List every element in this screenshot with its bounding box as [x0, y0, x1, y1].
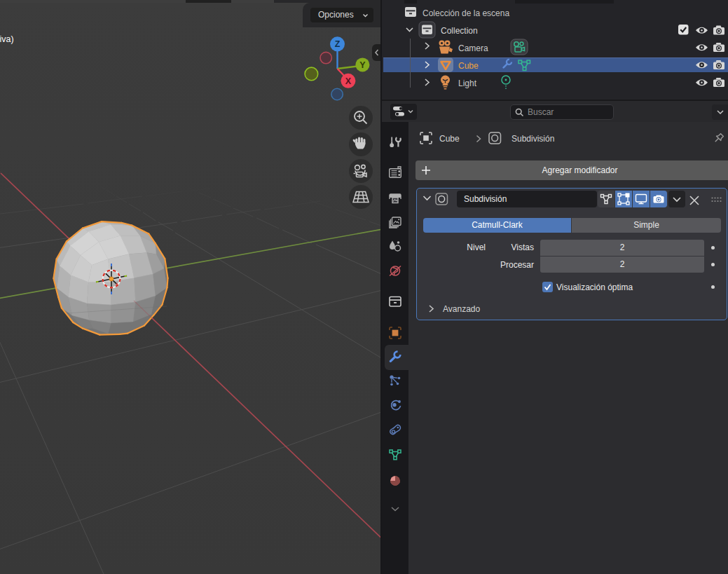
svg-text:Z: Z: [335, 39, 341, 49]
svg-text:X: X: [345, 76, 352, 86]
svg-text:Y: Y: [359, 60, 366, 70]
